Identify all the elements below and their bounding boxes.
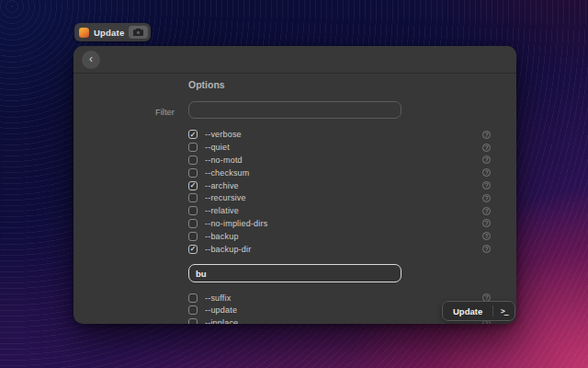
option-checkbox[interactable]: ✓: [188, 168, 198, 178]
option-row: ✓--no-implied-dirs?: [188, 217, 500, 230]
help-icon[interactable]: ?: [482, 194, 491, 202]
option-row: ✓--recursive?: [188, 191, 500, 204]
option-row: ✓--no-motd?: [188, 154, 500, 167]
options-heading: Options: [188, 79, 225, 90]
option-checkbox[interactable]: ✓: [188, 245, 198, 254]
option-label: --update: [205, 305, 237, 315]
option-row: ✓--backup?: [188, 230, 500, 243]
help-icon[interactable]: ?: [482, 207, 491, 215]
option-label: --no-implied-dirs: [205, 219, 267, 228]
option-row: ✓--backup-dir?: [188, 243, 500, 256]
help-icon[interactable]: ?: [482, 245, 491, 253]
option-checkbox[interactable]: ✓: [188, 232, 198, 241]
help-icon[interactable]: ?: [482, 131, 491, 139]
option-label: --relative: [205, 206, 239, 215]
option-checkbox[interactable]: ✓: [188, 130, 198, 139]
option-checkbox[interactable]: ✓: [188, 193, 198, 202]
option-row: ✓--verbose?: [188, 128, 500, 141]
command-tab[interactable]: Update: [74, 23, 151, 41]
update-submit-label[interactable]: Update: [443, 302, 492, 320]
option-checkbox[interactable]: ✓: [188, 305, 198, 315]
option-row: ✓--quiet?: [188, 141, 500, 154]
window-header: ‹: [74, 46, 516, 74]
help-icon[interactable]: ?: [482, 219, 491, 227]
help-icon[interactable]: ?: [482, 232, 491, 240]
option-row: ✓--relative?: [188, 204, 500, 217]
help-icon[interactable]: ?: [482, 181, 491, 190]
option-label: --quiet: [205, 143, 230, 152]
option-label: --suffix: [205, 293, 231, 303]
option-row: ✓--checksum?: [188, 167, 500, 179]
option-label: --backup-dir: [205, 245, 251, 254]
option-checkbox[interactable]: ✓: [188, 318, 198, 324]
update-submit-button[interactable]: Update >_: [442, 301, 515, 321]
option-label: --verbose: [205, 130, 242, 139]
option-label: --archive: [205, 181, 239, 190]
terminal-icon[interactable]: >_: [493, 302, 514, 320]
option-label: --backup: [205, 232, 239, 241]
check-icon: ✓: [189, 181, 196, 190]
filter-input[interactable]: [188, 101, 401, 119]
option-label: --recursive: [205, 193, 246, 202]
option-row: ✓--archive?: [188, 179, 500, 192]
help-icon[interactable]: ?: [482, 168, 491, 177]
backup-dir-input[interactable]: [188, 264, 401, 282]
option-label: --no-motd: [205, 155, 243, 165]
option-checkbox[interactable]: ✓: [188, 206, 198, 215]
option-checkbox[interactable]: ✓: [188, 155, 198, 165]
option-label: --inplace: [205, 318, 238, 324]
option-checkbox[interactable]: ✓: [188, 143, 198, 152]
option-label: --checksum: [205, 168, 250, 178]
option-checkbox[interactable]: ✓: [188, 219, 198, 228]
help-icon[interactable]: ?: [482, 155, 491, 164]
command-window: ‹ Options Filter ✓--verbose?✓--quiet?✓--…: [74, 46, 516, 324]
back-button[interactable]: ‹: [82, 51, 100, 69]
app-icon: [79, 28, 89, 38]
filter-label: Filter: [121, 107, 175, 117]
command-tab-label: Update: [94, 28, 124, 38]
check-icon: ✓: [189, 245, 196, 253]
option-checkbox[interactable]: ✓: [188, 181, 198, 190]
option-checkbox[interactable]: ✓: [188, 293, 198, 303]
check-icon: ✓: [189, 131, 196, 139]
camera-icon[interactable]: [129, 26, 148, 39]
help-icon[interactable]: ?: [482, 144, 491, 152]
